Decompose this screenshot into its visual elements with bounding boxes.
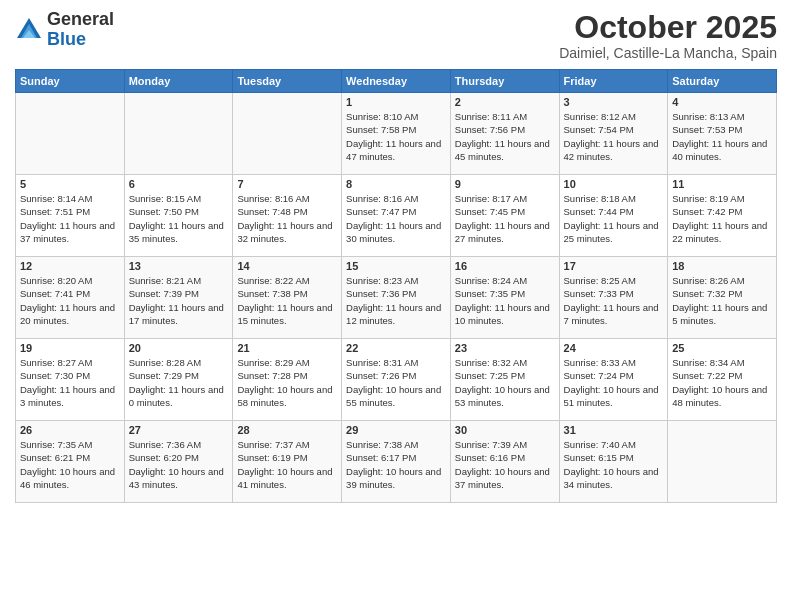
day-number: 10 — [564, 178, 664, 190]
day-info: Sunrise: 7:38 AM Sunset: 6:17 PM Dayligh… — [346, 438, 446, 491]
logo: General Blue — [15, 10, 114, 50]
day-cell: 4Sunrise: 8:13 AM Sunset: 7:53 PM Daylig… — [668, 93, 777, 175]
day-cell: 30Sunrise: 7:39 AM Sunset: 6:16 PM Dayli… — [450, 421, 559, 503]
day-cell: 17Sunrise: 8:25 AM Sunset: 7:33 PM Dayli… — [559, 257, 668, 339]
day-number: 23 — [455, 342, 555, 354]
day-cell: 23Sunrise: 8:32 AM Sunset: 7:25 PM Dayli… — [450, 339, 559, 421]
day-number: 4 — [672, 96, 772, 108]
day-number: 17 — [564, 260, 664, 272]
day-cell: 5Sunrise: 8:14 AM Sunset: 7:51 PM Daylig… — [16, 175, 125, 257]
day-info: Sunrise: 8:20 AM Sunset: 7:41 PM Dayligh… — [20, 274, 120, 327]
day-number: 5 — [20, 178, 120, 190]
day-info: Sunrise: 8:22 AM Sunset: 7:38 PM Dayligh… — [237, 274, 337, 327]
day-cell: 2Sunrise: 8:11 AM Sunset: 7:56 PM Daylig… — [450, 93, 559, 175]
day-info: Sunrise: 8:18 AM Sunset: 7:44 PM Dayligh… — [564, 192, 664, 245]
month-title: October 2025 — [559, 10, 777, 45]
day-cell: 14Sunrise: 8:22 AM Sunset: 7:38 PM Dayli… — [233, 257, 342, 339]
day-info: Sunrise: 7:37 AM Sunset: 6:19 PM Dayligh… — [237, 438, 337, 491]
day-info: Sunrise: 8:17 AM Sunset: 7:45 PM Dayligh… — [455, 192, 555, 245]
day-cell: 10Sunrise: 8:18 AM Sunset: 7:44 PM Dayli… — [559, 175, 668, 257]
day-info: Sunrise: 8:16 AM Sunset: 7:47 PM Dayligh… — [346, 192, 446, 245]
header-row: SundayMondayTuesdayWednesdayThursdayFrid… — [16, 70, 777, 93]
day-info: Sunrise: 8:29 AM Sunset: 7:28 PM Dayligh… — [237, 356, 337, 409]
day-info: Sunrise: 8:21 AM Sunset: 7:39 PM Dayligh… — [129, 274, 229, 327]
day-number: 9 — [455, 178, 555, 190]
day-number: 26 — [20, 424, 120, 436]
day-cell — [668, 421, 777, 503]
day-cell: 28Sunrise: 7:37 AM Sunset: 6:19 PM Dayli… — [233, 421, 342, 503]
day-info: Sunrise: 8:19 AM Sunset: 7:42 PM Dayligh… — [672, 192, 772, 245]
day-info: Sunrise: 8:32 AM Sunset: 7:25 PM Dayligh… — [455, 356, 555, 409]
day-cell: 21Sunrise: 8:29 AM Sunset: 7:28 PM Dayli… — [233, 339, 342, 421]
day-info: Sunrise: 8:14 AM Sunset: 7:51 PM Dayligh… — [20, 192, 120, 245]
col-header-monday: Monday — [124, 70, 233, 93]
day-number: 28 — [237, 424, 337, 436]
day-info: Sunrise: 7:36 AM Sunset: 6:20 PM Dayligh… — [129, 438, 229, 491]
title-area: October 2025 Daimiel, Castille-La Mancha… — [559, 10, 777, 61]
week-row-1: 1Sunrise: 8:10 AM Sunset: 7:58 PM Daylig… — [16, 93, 777, 175]
day-cell: 19Sunrise: 8:27 AM Sunset: 7:30 PM Dayli… — [16, 339, 125, 421]
col-header-tuesday: Tuesday — [233, 70, 342, 93]
day-number: 27 — [129, 424, 229, 436]
page-container: General Blue October 2025 Daimiel, Casti… — [0, 0, 792, 508]
day-number: 6 — [129, 178, 229, 190]
day-number: 24 — [564, 342, 664, 354]
day-number: 18 — [672, 260, 772, 272]
day-cell: 27Sunrise: 7:36 AM Sunset: 6:20 PM Dayli… — [124, 421, 233, 503]
day-cell: 7Sunrise: 8:16 AM Sunset: 7:48 PM Daylig… — [233, 175, 342, 257]
day-cell: 9Sunrise: 8:17 AM Sunset: 7:45 PM Daylig… — [450, 175, 559, 257]
col-header-friday: Friday — [559, 70, 668, 93]
day-cell: 1Sunrise: 8:10 AM Sunset: 7:58 PM Daylig… — [342, 93, 451, 175]
day-cell — [124, 93, 233, 175]
col-header-saturday: Saturday — [668, 70, 777, 93]
day-cell: 8Sunrise: 8:16 AM Sunset: 7:47 PM Daylig… — [342, 175, 451, 257]
day-info: Sunrise: 8:23 AM Sunset: 7:36 PM Dayligh… — [346, 274, 446, 327]
logo-blue: Blue — [47, 30, 114, 50]
day-cell: 26Sunrise: 7:35 AM Sunset: 6:21 PM Dayli… — [16, 421, 125, 503]
day-number: 8 — [346, 178, 446, 190]
col-header-wednesday: Wednesday — [342, 70, 451, 93]
day-cell: 20Sunrise: 8:28 AM Sunset: 7:29 PM Dayli… — [124, 339, 233, 421]
day-cell: 25Sunrise: 8:34 AM Sunset: 7:22 PM Dayli… — [668, 339, 777, 421]
day-info: Sunrise: 8:13 AM Sunset: 7:53 PM Dayligh… — [672, 110, 772, 163]
day-number: 13 — [129, 260, 229, 272]
day-cell: 6Sunrise: 8:15 AM Sunset: 7:50 PM Daylig… — [124, 175, 233, 257]
logo-icon — [15, 16, 43, 44]
day-number: 14 — [237, 260, 337, 272]
col-header-sunday: Sunday — [16, 70, 125, 93]
day-number: 11 — [672, 178, 772, 190]
day-number: 20 — [129, 342, 229, 354]
day-info: Sunrise: 8:31 AM Sunset: 7:26 PM Dayligh… — [346, 356, 446, 409]
day-cell: 24Sunrise: 8:33 AM Sunset: 7:24 PM Dayli… — [559, 339, 668, 421]
day-info: Sunrise: 7:40 AM Sunset: 6:15 PM Dayligh… — [564, 438, 664, 491]
day-number: 3 — [564, 96, 664, 108]
day-info: Sunrise: 8:11 AM Sunset: 7:56 PM Dayligh… — [455, 110, 555, 163]
day-cell: 11Sunrise: 8:19 AM Sunset: 7:42 PM Dayli… — [668, 175, 777, 257]
calendar-table: SundayMondayTuesdayWednesdayThursdayFrid… — [15, 69, 777, 503]
day-cell: 12Sunrise: 8:20 AM Sunset: 7:41 PM Dayli… — [16, 257, 125, 339]
day-cell: 22Sunrise: 8:31 AM Sunset: 7:26 PM Dayli… — [342, 339, 451, 421]
week-row-2: 5Sunrise: 8:14 AM Sunset: 7:51 PM Daylig… — [16, 175, 777, 257]
day-info: Sunrise: 8:24 AM Sunset: 7:35 PM Dayligh… — [455, 274, 555, 327]
day-info: Sunrise: 8:34 AM Sunset: 7:22 PM Dayligh… — [672, 356, 772, 409]
day-info: Sunrise: 8:10 AM Sunset: 7:58 PM Dayligh… — [346, 110, 446, 163]
week-row-5: 26Sunrise: 7:35 AM Sunset: 6:21 PM Dayli… — [16, 421, 777, 503]
day-number: 25 — [672, 342, 772, 354]
day-number: 31 — [564, 424, 664, 436]
day-cell: 3Sunrise: 8:12 AM Sunset: 7:54 PM Daylig… — [559, 93, 668, 175]
logo-general: General — [47, 10, 114, 30]
day-info: Sunrise: 8:26 AM Sunset: 7:32 PM Dayligh… — [672, 274, 772, 327]
day-number: 22 — [346, 342, 446, 354]
day-number: 19 — [20, 342, 120, 354]
day-number: 12 — [20, 260, 120, 272]
day-number: 30 — [455, 424, 555, 436]
day-cell: 13Sunrise: 8:21 AM Sunset: 7:39 PM Dayli… — [124, 257, 233, 339]
week-row-3: 12Sunrise: 8:20 AM Sunset: 7:41 PM Dayli… — [16, 257, 777, 339]
day-cell: 15Sunrise: 8:23 AM Sunset: 7:36 PM Dayli… — [342, 257, 451, 339]
day-info: Sunrise: 7:39 AM Sunset: 6:16 PM Dayligh… — [455, 438, 555, 491]
day-cell: 16Sunrise: 8:24 AM Sunset: 7:35 PM Dayli… — [450, 257, 559, 339]
week-row-4: 19Sunrise: 8:27 AM Sunset: 7:30 PM Dayli… — [16, 339, 777, 421]
day-cell: 31Sunrise: 7:40 AM Sunset: 6:15 PM Dayli… — [559, 421, 668, 503]
day-cell: 29Sunrise: 7:38 AM Sunset: 6:17 PM Dayli… — [342, 421, 451, 503]
day-info: Sunrise: 8:28 AM Sunset: 7:29 PM Dayligh… — [129, 356, 229, 409]
